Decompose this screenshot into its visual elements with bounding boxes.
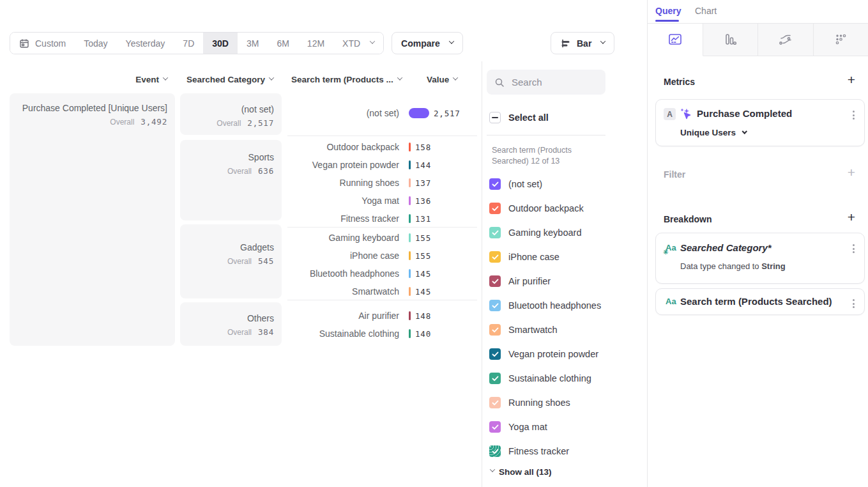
- aggregation-selector[interactable]: Unique Users: [680, 128, 746, 137]
- table-row[interactable]: Yoga mat 136: [287, 192, 477, 210]
- filter-checkbox-item[interactable]: Vegan protein powder: [489, 342, 601, 366]
- checkbox-checked-icon[interactable]: [489, 300, 501, 311]
- tab-chart[interactable]: Chart: [695, 6, 717, 16]
- date-range-label: 7D: [183, 38, 194, 49]
- category-name: Gadgets: [240, 242, 274, 254]
- filter-checkbox-item[interactable]: iPhone case: [489, 245, 601, 269]
- checkbox-checked-icon[interactable]: [489, 251, 501, 263]
- category-cell[interactable]: Sports Overall636: [180, 140, 282, 220]
- table-row[interactable]: Gaming keyboard 155: [287, 229, 477, 247]
- date-range-option[interactable]: 12M: [298, 33, 333, 54]
- value-bar: [409, 287, 411, 296]
- checkbox-checked-icon[interactable]: [489, 275, 501, 287]
- category-cell[interactable]: (not set) Overall2,517: [180, 93, 282, 135]
- filter-checkbox-item[interactable]: Yoga mat: [489, 415, 601, 439]
- show-all-toggle[interactable]: Show all (13): [491, 467, 552, 477]
- date-range-option[interactable]: Custom: [10, 33, 75, 54]
- checkbox-checked-icon[interactable]: [489, 348, 501, 360]
- column-header-searched-category[interactable]: Searched Category: [187, 75, 273, 84]
- insights-line-chart-icon[interactable]: [648, 24, 703, 56]
- table-row[interactable]: Vegan protein powder 144: [287, 156, 477, 174]
- event-name: Purchase Completed [Unique Users]: [22, 102, 167, 114]
- search-term-label: Bluetooth headphones: [287, 268, 409, 279]
- checkbox-checked-icon[interactable]: [489, 227, 501, 238]
- date-range-option[interactable]: Today: [75, 33, 116, 54]
- compare-button[interactable]: Compare: [392, 32, 463, 54]
- table-row[interactable]: Running shoes 137: [287, 174, 477, 192]
- aggregation-label: Unique Users: [680, 128, 736, 137]
- filter-checkbox-item[interactable]: Running shoes: [489, 390, 601, 415]
- value-cell: 155: [415, 233, 431, 243]
- checkbox-checked-icon[interactable]: [489, 324, 501, 336]
- date-range-option[interactable]: 6M: [268, 33, 298, 54]
- chevron-down-icon: [449, 38, 454, 43]
- overall-value: 545: [258, 256, 274, 266]
- select-all-checkbox[interactable]: [489, 112, 501, 123]
- date-range-option[interactable]: 3M: [238, 33, 268, 54]
- checkbox-checked-icon[interactable]: [489, 373, 501, 384]
- table-row[interactable]: (not set) 2,517: [287, 104, 477, 122]
- select-all-row[interactable]: Select all: [489, 112, 549, 123]
- checkbox-checked-icon[interactable]: [489, 397, 501, 408]
- filter-checkbox-item[interactable]: Gaming keyboard: [489, 220, 601, 245]
- table-row[interactable]: Fitness tracker 131: [287, 210, 477, 228]
- retention-dots-icon[interactable]: [814, 24, 868, 56]
- breakdown-card[interactable]: Aa✳ Searched Category* Data type changed…: [655, 233, 865, 284]
- add-filter-button[interactable]: +: [844, 166, 858, 179]
- table-row[interactable]: Sustainable clothing 140: [287, 325, 477, 343]
- table-row[interactable]: Bluetooth headphones 145: [287, 265, 477, 282]
- category-name: Sports: [248, 151, 274, 164]
- category-cell[interactable]: Gadgets Overall545: [180, 224, 282, 298]
- date-range-option[interactable]: 30D: [203, 33, 238, 54]
- search-input[interactable]: [510, 76, 593, 88]
- date-range-label: Custom: [35, 38, 66, 49]
- tab-query[interactable]: Query: [655, 6, 681, 16]
- filter-checkbox-item[interactable]: Sustainable clothing: [489, 366, 601, 390]
- overall-value: 3,492: [141, 117, 167, 127]
- flows-icon[interactable]: [758, 24, 814, 56]
- column-header-search-term[interactable]: Search term (Products ...: [291, 75, 402, 84]
- add-breakdown-button[interactable]: +: [844, 210, 858, 224]
- checkbox-checked-icon[interactable]: [489, 178, 501, 190]
- metric-menu-kebab-icon[interactable]: [851, 109, 857, 121]
- checkbox-checked-icon[interactable]: [489, 203, 501, 214]
- column-header-value[interactable]: Value: [427, 75, 457, 84]
- metric-card[interactable]: A Purchase Completed Unique Users: [655, 99, 865, 146]
- date-range-option[interactable]: XTD: [333, 33, 383, 54]
- breakdown-name: Searched Category*: [680, 242, 772, 253]
- table-row[interactable]: Outdoor backpack 158: [287, 138, 477, 156]
- chevron-down-icon: [742, 128, 747, 134]
- filter-checkbox-item[interactable]: Smartwatch: [489, 318, 601, 342]
- event-cell[interactable]: Purchase Completed [Unique Users] Overal…: [10, 93, 175, 346]
- category-cell[interactable]: Others Overall384: [180, 302, 282, 346]
- value-bar: [409, 329, 411, 338]
- filter-checkbox-item[interactable]: Air purifier: [489, 269, 601, 293]
- filter-checkbox-item[interactable]: Bluetooth headphones: [489, 293, 601, 318]
- panel-divider: [647, 0, 648, 487]
- breakdown-menu-kebab-icon[interactable]: [851, 297, 857, 310]
- filter-checkbox-item[interactable]: Fitness tracker: [489, 439, 601, 463]
- term-rows-group: (not set) 2,517: [287, 104, 477, 122]
- breakdown-card[interactable]: Aa Search term (Products Searched): [655, 288, 865, 315]
- chart-type-label: Bar: [577, 38, 591, 49]
- checkbox-checked-icon[interactable]: [489, 421, 501, 433]
- search-term-label: Gaming keyboard: [287, 233, 409, 243]
- breakdown-menu-kebab-icon[interactable]: [851, 242, 857, 255]
- event-sparkle-cursor-icon: [680, 108, 692, 120]
- date-range-option[interactable]: 7D: [174, 33, 203, 54]
- filter-checkbox-item[interactable]: Outdoor backpack: [489, 196, 601, 220]
- table-row[interactable]: Smartwatch 145: [287, 282, 477, 300]
- add-metric-button[interactable]: +: [844, 73, 858, 86]
- table-row[interactable]: Air purifier 148: [287, 307, 477, 325]
- metric-badge: A: [664, 108, 676, 120]
- checkbox-checked-icon[interactable]: [489, 445, 501, 457]
- table-row[interactable]: iPhone case 155: [287, 247, 477, 265]
- chevron-down-icon: [269, 75, 274, 81]
- funnels-bars-icon[interactable]: [703, 24, 759, 56]
- chevron-down-icon: [370, 38, 375, 43]
- date-range-option[interactable]: Yesterday: [117, 33, 174, 54]
- panel-divider: [482, 61, 482, 487]
- filter-checkbox-item[interactable]: (not set): [489, 172, 601, 196]
- column-header-event[interactable]: Event: [10, 75, 167, 84]
- chart-type-button[interactable]: Bar: [551, 32, 614, 54]
